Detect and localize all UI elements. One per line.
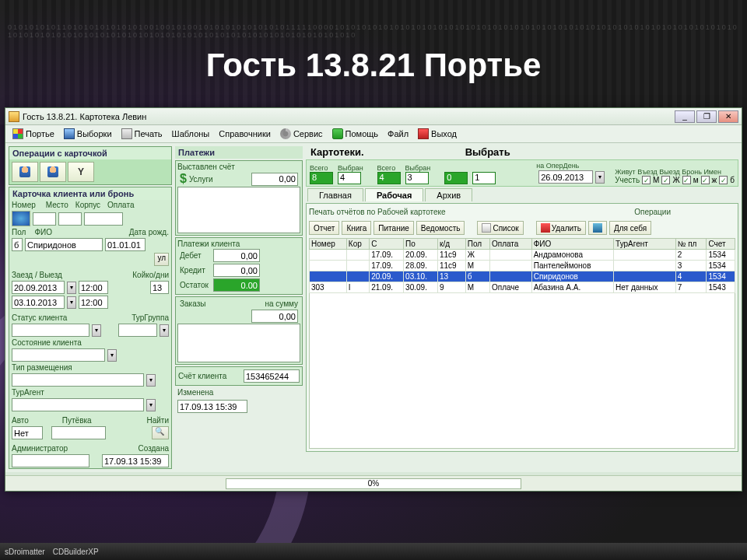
table-row[interactable]: 20.09.03.10.13бСпиридонов41534 [310, 271, 735, 282]
chk-b[interactable]: ✓ [719, 176, 728, 184]
data-grid[interactable]: Номер Кор С По к/д Пол Оплата ФИО ТурАге… [309, 238, 735, 293]
fio-input[interactable] [25, 238, 103, 251]
table-row[interactable]: 17.09.20.09.11с9ЖАндрамонова21534 [310, 250, 735, 261]
date-in-input[interactable] [12, 281, 65, 294]
taskbar-item-a[interactable]: sDroimatter [5, 548, 45, 556]
time-out-input[interactable] [79, 296, 108, 309]
taskbar-item-b[interactable]: CDBuilderXP [53, 548, 99, 556]
btn-pitanie[interactable]: Питание [374, 221, 413, 235]
ostatok-input[interactable] [213, 278, 260, 292]
operday-drop[interactable]: ▾ [595, 171, 605, 184]
admin-input[interactable] [12, 454, 89, 467]
debet-input[interactable] [213, 249, 260, 262]
label-orders-sum: на сумму [265, 299, 298, 308]
slide-title: Гость 13.8.21 Портье [0, 0, 747, 107]
turagent-input[interactable] [12, 398, 144, 411]
cnt-3a: 0 [444, 172, 468, 184]
label-zaezd: Заезд / Выезд [12, 271, 62, 279]
y-button[interactable]: Y [68, 162, 94, 182]
turgrp-drop[interactable]: ▾ [160, 324, 169, 337]
chk-zh2[interactable]: ✓ [701, 176, 710, 184]
created-input[interactable] [102, 454, 169, 467]
menu-porter[interactable]: Портье [9, 127, 58, 141]
label-filters: Живут Въезд Выезд Бронь Имен [615, 168, 735, 176]
sost-input[interactable] [12, 348, 105, 362]
label-account: Счёт клиента [178, 372, 226, 380]
btn-dlyaseb[interactable]: Для себя [609, 221, 651, 235]
person1-button[interactable] [12, 162, 38, 182]
tip-drop[interactable]: ▾ [146, 374, 156, 387]
table-row[interactable]: 17.09.28.09.11с9МПантелеймонов31534 [310, 261, 735, 271]
btn-vedom[interactable]: Ведомость [416, 221, 465, 235]
menu-select[interactable]: Выборки [60, 127, 116, 141]
pol-input[interactable] [12, 238, 23, 251]
orders-input[interactable] [251, 310, 298, 323]
list-icon [482, 223, 491, 233]
btn-otchet[interactable]: Отчет [309, 221, 339, 235]
date-out-drop[interactable]: ▾ [67, 296, 76, 309]
date-in-drop[interactable]: ▾ [67, 282, 76, 294]
turagent-drop[interactable]: ▾ [146, 399, 156, 411]
chk-m2[interactable]: ✓ [682, 176, 691, 184]
globe-button[interactable] [12, 211, 30, 226]
account-input[interactable] [244, 369, 300, 383]
label-services: Услуги [189, 175, 213, 184]
status-drop[interactable]: ▾ [92, 324, 101, 337]
ul-button[interactable]: ул [154, 253, 169, 266]
cnt-2b: 3 [405, 172, 429, 184]
person2-button[interactable] [40, 162, 66, 182]
menu-templates[interactable]: Шаблоны [168, 128, 214, 140]
find-button[interactable]: 🔍 [152, 426, 169, 439]
services-input[interactable] [251, 173, 298, 186]
avto-input[interactable] [12, 426, 43, 439]
btn-spisok[interactable]: Список [477, 221, 523, 235]
menu-refs[interactable]: Справочники [215, 128, 275, 140]
label-ostatok: Остаток [180, 281, 211, 289]
tab-main[interactable]: Главная [307, 188, 363, 201]
btn-kniga[interactable]: Книга [342, 221, 371, 235]
credit-input[interactable] [213, 264, 260, 277]
turgrp-input[interactable] [118, 324, 157, 337]
table-row[interactable]: 303І21.09.30.09.9МОплачеАбазина А.А.Нет … [310, 282, 735, 293]
changed-input[interactable] [177, 400, 247, 413]
menu-print[interactable]: Печать [117, 127, 167, 141]
cnt-1a: 8 [310, 172, 333, 184]
cnt-2a: 4 [377, 172, 401, 184]
delete-icon [541, 223, 550, 233]
menu-file[interactable]: Файл [384, 128, 412, 140]
oplata-input[interactable] [84, 212, 123, 226]
status-input[interactable] [12, 324, 89, 337]
mesto-input[interactable] [58, 212, 82, 226]
chk-M[interactable]: ✓ [642, 176, 651, 184]
time-in-input[interactable] [79, 281, 108, 294]
putevka-input[interactable] [51, 426, 106, 439]
operday-input[interactable] [538, 170, 593, 184]
sost-drop[interactable]: ▾ [107, 349, 117, 362]
tab-arch[interactable]: Архив [425, 188, 472, 201]
orders-list[interactable] [177, 324, 300, 362]
menu-exit[interactable]: Выход [414, 127, 461, 141]
nomer-input[interactable] [33, 212, 56, 226]
taskbar: sDroimatter CDBuilderXP [0, 543, 747, 560]
maximize-button[interactable]: ❐ [696, 110, 717, 123]
label-oplata: Оплата [107, 201, 134, 209]
dob-input[interactable] [105, 238, 146, 251]
bill-list[interactable] [177, 187, 300, 233]
close-button[interactable]: ✕ [718, 110, 738, 123]
koiko-input[interactable] [150, 281, 169, 294]
app-window: Гость 13.8.21. Картотека Левин _ ❐ ✕ Пор… [5, 107, 742, 492]
chk-Zh[interactable]: ✓ [661, 176, 670, 184]
gear-icon [280, 128, 291, 139]
label-koiko: Койко/дни [132, 271, 169, 279]
label-orders: Заказы [180, 299, 205, 308]
date-out-input[interactable] [12, 296, 65, 309]
tab-work[interactable]: Рабочая [365, 188, 423, 201]
menu-service[interactable]: Сервис [276, 127, 327, 141]
minimize-button[interactable]: _ [675, 110, 695, 123]
label-bill: Выставлен счёт [177, 163, 300, 171]
btn-udalit[interactable]: Удалить [536, 221, 586, 235]
btn-save[interactable] [588, 221, 607, 235]
menu-help[interactable]: Помощь [328, 127, 383, 141]
tip-input[interactable] [12, 373, 144, 387]
label-turagent: ТурАгент [12, 388, 44, 397]
